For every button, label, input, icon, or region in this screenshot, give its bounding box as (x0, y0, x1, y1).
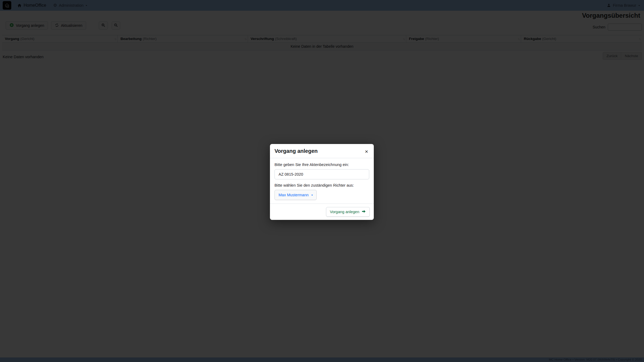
chevron-down-icon: ▾ (311, 194, 313, 196)
modal-body: Bitte geben Sie Ihre Aktenbezeichnung ei… (270, 158, 374, 204)
create-case-modal: Vorgang anlegen × Bitte geben Sie Ihre A… (270, 144, 374, 220)
file-reference-label: Bitte geben Sie Ihre Aktenbezeichnung ei… (275, 162, 369, 167)
judge-dropdown[interactable]: Max Mustermann ▾ (275, 190, 317, 200)
modal-header: Vorgang anlegen × (270, 144, 374, 158)
arrow-right-icon (361, 209, 366, 215)
judge-select-label: Bitte wählen Sie den zuständigen Richter… (275, 183, 369, 187)
modal-submit-button[interactable]: Vorgang anlegen (326, 207, 370, 217)
modal-close-button[interactable]: × (364, 148, 369, 155)
modal-footer: Vorgang anlegen (270, 204, 374, 220)
modal-submit-label: Vorgang anlegen (330, 210, 359, 214)
modal-title: Vorgang anlegen (275, 148, 318, 154)
app-screen: HomeOffice ⚙ Administration ▾ Firma Braw… (0, 0, 644, 362)
close-icon: × (365, 148, 368, 154)
file-reference-input[interactable] (275, 169, 369, 179)
judge-selected-value: Max Mustermann (279, 193, 309, 197)
